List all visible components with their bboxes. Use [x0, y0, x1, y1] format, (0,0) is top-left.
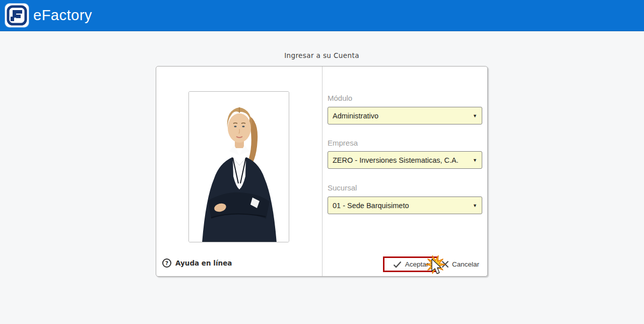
dropdown-arrow-icon: ▼: [473, 203, 477, 208]
cancel-label: Cancelar: [452, 261, 479, 268]
accept-button[interactable]: Aceptar: [383, 256, 438, 272]
app-name: eFactory: [33, 0, 92, 31]
page-title: Ingresar a su Cuenta: [156, 51, 488, 59]
dropdown-arrow-icon: ▼: [473, 158, 477, 163]
modulo-select[interactable]: Administrativo ▼: [328, 107, 482, 124]
empresa-select[interactable]: ZERO - Inversiones Sistematicas, C.A. ▼: [328, 151, 482, 169]
sucursal-label: Sucursal: [328, 183, 481, 192]
login-card: ? Ayuda en línea Módulo Administrativo ▼…: [156, 66, 488, 277]
app-header: eFactory: [0, 0, 644, 31]
cancel-button[interactable]: Cancelar: [441, 256, 479, 272]
businesswoman-photo: [188, 91, 289, 242]
x-icon: [441, 261, 449, 268]
sucursal-select[interactable]: 01 - Sede Barquisimeto ▼: [328, 197, 482, 214]
check-icon: [393, 261, 402, 268]
empresa-label: Empresa: [328, 139, 481, 147]
sucursal-selected-value: 01 - Sede Barquisimeto: [333, 202, 409, 210]
question-circle-icon: ?: [162, 258, 171, 268]
efactory-logo-icon: [5, 4, 29, 27]
modulo-selected-value: Administrativo: [333, 112, 378, 120]
help-label: Ayuda en línea: [175, 259, 232, 267]
card-divider: [322, 67, 323, 276]
modulo-label: Módulo: [328, 94, 481, 102]
dropdown-arrow-icon: ▼: [473, 113, 477, 118]
accept-label: Aceptar: [405, 261, 429, 268]
empresa-selected-value: ZERO - Inversiones Sistematicas, C.A.: [333, 156, 459, 164]
help-link[interactable]: ? Ayuda en línea: [162, 258, 232, 268]
